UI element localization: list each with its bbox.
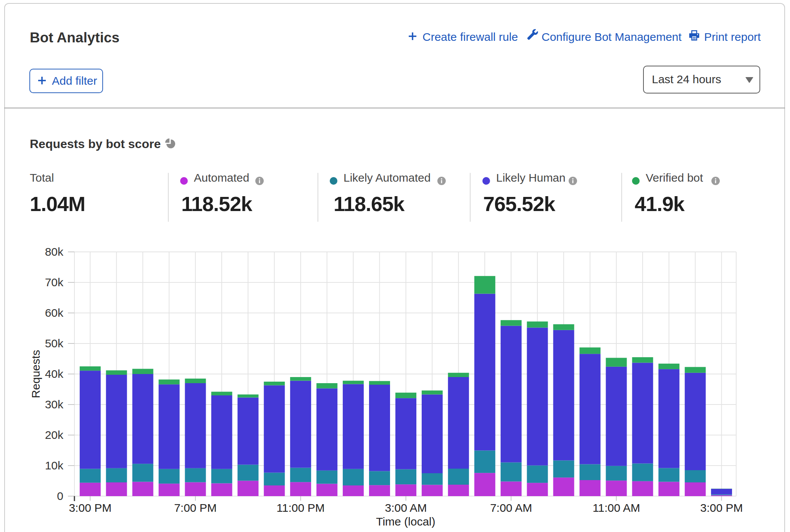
svg-text:40k: 40k	[45, 368, 64, 380]
svg-text:30k: 30k	[45, 398, 64, 411]
svg-text:Time (local): Time (local)	[376, 515, 435, 528]
svg-text:7:00 PM: 7:00 PM	[174, 501, 217, 514]
svg-text:3:00 PM: 3:00 PM	[700, 501, 743, 514]
svg-text:70k: 70k	[45, 276, 64, 289]
svg-text:80k: 80k	[45, 245, 64, 258]
svg-text:3:00 PM: 3:00 PM	[69, 501, 111, 514]
svg-text:11:00 AM: 11:00 AM	[593, 501, 640, 514]
svg-text:50k: 50k	[45, 337, 64, 350]
svg-text:Requests: Requests	[29, 350, 42, 398]
svg-text:3:00 AM: 3:00 AM	[385, 501, 427, 514]
svg-text:60k: 60k	[45, 306, 64, 319]
svg-text:20k: 20k	[45, 429, 64, 441]
svg-text:7:00 AM: 7:00 AM	[490, 501, 532, 514]
svg-text:10k: 10k	[45, 459, 64, 472]
svg-text:11:00 PM: 11:00 PM	[277, 501, 325, 514]
svg-text:0: 0	[57, 490, 63, 502]
